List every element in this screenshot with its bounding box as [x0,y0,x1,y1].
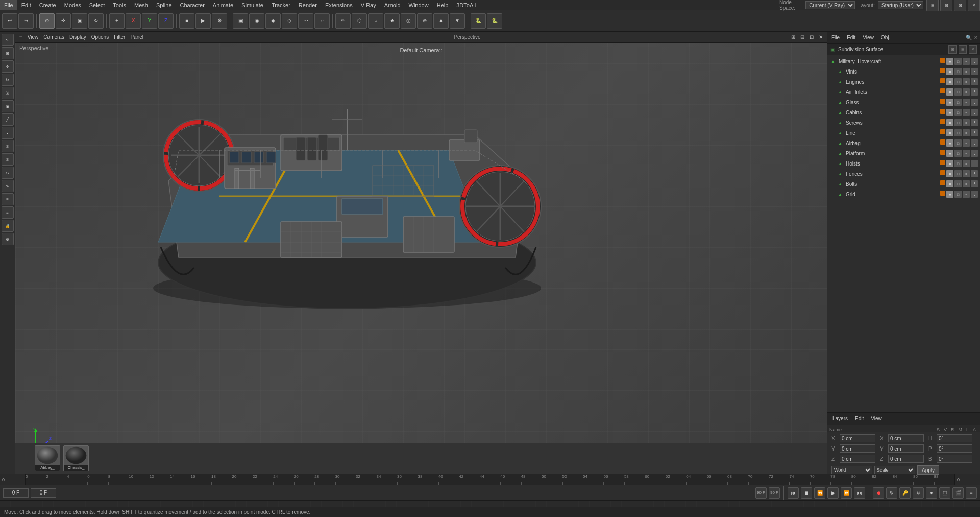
sidebar-btn-wave[interactable]: ∿ [2,180,14,192]
menu-item-file[interactable]: File [0,0,17,10]
obj-ctrl-gr1[interactable]: ■ [946,191,953,198]
vp-icon-2[interactable]: ⊟ [800,34,804,40]
menu-item-edit[interactable]: Edit [17,0,35,10]
tool-circle2[interactable]: ○ [368,13,383,29]
menu-item-help[interactable]: Help [433,0,453,10]
menu-item-simulate[interactable]: Simulate [237,0,267,10]
sidebar-btn-box[interactable]: ▣ [2,100,14,112]
scale-select[interactable]: Scale Size [874,466,915,474]
obj-ctrl-a3[interactable]: ≡ [963,88,970,96]
coord-h-input[interactable] [937,434,972,442]
coord-x-input[interactable] [840,434,875,442]
sidebar-btn-s3[interactable]: S [2,167,14,179]
obj-ctrl-c3[interactable]: ≡ [963,109,970,116]
obj-ctrl-ab1[interactable]: ■ [946,139,953,147]
sidebar-btn-move[interactable]: ✛ [2,60,14,73]
viewport-canvas[interactable]: Default Camera:: Perspective [15,43,827,474]
motion-trail-btn[interactable]: ⬚ [939,487,950,499]
obj-item-fences[interactable]: ▲ Fences ■ □ ≡ ⋮ [827,169,980,179]
obj-ctrl-v2[interactable]: □ [954,58,962,65]
obj-ctrl-sc1[interactable]: ■ [946,119,953,126]
obj-ctrl-l1[interactable]: ■ [946,129,953,136]
tool-tri-down[interactable]: ▼ [450,13,465,29]
obj-ctrl-h1[interactable]: ■ [946,160,953,167]
obj-item-military-hovercraft[interactable]: ▲ Military_Hovercraft ■ □ ≡ ⋮ [827,56,980,66]
obj-ctrl-a4[interactable]: ⋮ [971,88,978,96]
obj-ctrl-l4[interactable]: ⋮ [971,129,978,136]
record-btn[interactable]: ⏺ [873,487,884,499]
vp-menu-filter[interactable]: Filter [114,34,125,40]
obj-ctrl-sc3[interactable]: ≡ [963,119,970,126]
auto-key-btn[interactable]: ● [926,487,937,499]
objmgr-edit[interactable]: Edit [845,34,857,41]
tool-plus[interactable]: + [109,13,125,29]
menu-item-tools[interactable]: Tools [109,0,130,10]
sidebar-btn-cursor[interactable]: ↖ [2,34,14,46]
material-thumb-chassis[interactable]: Chassis_ [63,445,89,471]
objmgr-view[interactable]: View [861,34,876,41]
tool-square[interactable]: ■ [179,13,194,29]
tool-hex[interactable]: ⬡ [352,13,367,29]
apply-button[interactable]: Apply [917,465,939,475]
obj-ctrl-v4[interactable]: ⋮ [971,58,978,65]
obj-ctrl-v1[interactable]: ■ [946,58,953,65]
tool-white-circle[interactable]: ◎ [401,13,416,29]
obj-ctrl-v3[interactable]: ≡ [963,68,970,75]
icon-btn2[interactable]: ≡ [966,487,977,499]
obj-item-airbag[interactable]: ▲ Airbag ■ □ ≡ ⋮ [827,138,980,148]
vp-icon-3[interactable]: ⊡ [810,34,814,40]
obj-ctrl-ab2[interactable]: □ [954,139,962,147]
obj-ctrl-gr3[interactable]: ≡ [963,191,970,198]
layers-view-tab[interactable]: View [869,415,884,422]
tool-box2[interactable]: ▣ [233,13,248,29]
coord-z2-input[interactable] [888,455,924,463]
tool-x[interactable]: X [126,13,141,29]
vp-menu-options[interactable]: Options [91,34,109,40]
menu-item-arnold[interactable]: Arnold [380,0,405,10]
obj-ctrl-p2[interactable]: □ [954,150,962,157]
obj-ctrl-c4[interactable]: ⋮ [971,109,978,116]
obj-ctrl-a1[interactable]: ■ [946,88,953,96]
vp-menu-panel[interactable]: Panel [130,34,143,40]
vp-menu-cameras[interactable]: Cameras [43,34,64,40]
obj-ctrl-f3[interactable]: ≡ [963,170,970,177]
motion-btn[interactable]: ≋ [913,487,924,499]
vp-icon-4[interactable]: ✕ [819,34,823,40]
tool-cross[interactable]: ✛ [56,13,71,29]
sidebar-btn-lock[interactable]: 🔒 [2,220,14,232]
obj-ctrl-f1[interactable]: ■ [946,170,953,177]
menu-item-3dtoall[interactable]: 3DToAll [452,0,480,10]
obj-ctrl-g2[interactable]: □ [954,99,962,106]
menu-item-tracker[interactable]: Tracker [267,0,295,10]
vp-menu-display[interactable]: Display [69,34,86,40]
obj-ctrl-h2[interactable]: □ [954,160,962,167]
tool-z[interactable]: Z [158,13,174,29]
objmgr-obj[interactable]: Obj. [879,34,892,41]
ss-ctrl-2[interactable]: ⊟ [959,45,967,54]
objmgr-search-icon[interactable]: 🔍 [966,35,972,40]
coord-y2-input[interactable] [888,444,924,453]
tool-box[interactable]: ▣ [72,13,87,29]
coord-y-input[interactable] [840,444,875,453]
obj-ctrl-bo2[interactable]: □ [954,180,962,187]
obj-item-bolts[interactable]: ▲ Bolts ■ □ ≡ ⋮ [827,179,980,189]
transport-end[interactable]: ⏭ [854,487,865,499]
tool-settings[interactable]: ⚙ [212,13,227,29]
obj-ctrl-e1[interactable]: ■ [946,78,953,85]
menu-item-vray[interactable]: V-Ray [357,0,380,10]
tool-py[interactable]: 🐍 [471,13,486,29]
key-btn[interactable]: 🔑 [899,487,911,499]
obj-item-engines[interactable]: ▲ Engines ■ □ ≡ ⋮ [827,77,980,87]
loop-btn[interactable]: ↻ [886,487,897,499]
sidebar-btn-layers2[interactable]: ≡ [2,206,14,219]
sidebar-btn-line[interactable]: ╱ [2,113,14,126]
menu-item-extensions[interactable]: Extensions [321,0,357,10]
obj-ctrl-p3[interactable]: ≡ [963,150,970,157]
obj-item-grid[interactable]: ▲ Grid ■ □ ≡ ⋮ [827,189,980,199]
frame-end-input1[interactable]: 90 F [755,487,767,499]
sidebar-btn-s2[interactable]: S [2,153,14,166]
material-thumb-airbag[interactable]: Airbag_ [35,445,60,471]
vp-menu-toggle[interactable]: ≡ [19,34,22,40]
coord-p-input[interactable] [937,444,972,453]
sidebar-btn-rotate[interactable]: ↻ [2,74,14,86]
